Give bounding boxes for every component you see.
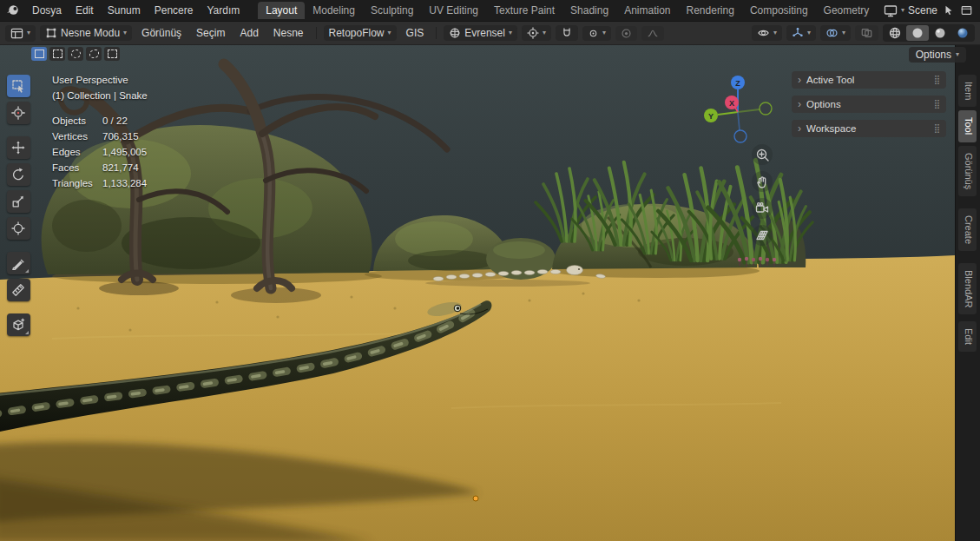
menu-secim[interactable]: Seçim — [191, 25, 230, 41]
tool-add-cube[interactable] — [7, 313, 30, 336]
menu-dosya[interactable]: Dosya — [26, 2, 68, 19]
xray-toggle[interactable] — [855, 25, 878, 41]
tool-annotate[interactable] — [7, 252, 30, 274]
tool-measure[interactable] — [7, 279, 30, 301]
stat-value: 1,133,284 — [102, 175, 148, 191]
panel-options[interactable]: › Options ⣿ — [792, 96, 946, 113]
separator — [436, 27, 437, 39]
new-window-icon[interactable] — [960, 4, 973, 16]
panel-active-tool[interactable]: › Active Tool ⣿ — [792, 71, 946, 89]
editor-type-button[interactable]: ▾ — [5, 25, 36, 42]
select-mode-set-button[interactable] — [31, 47, 47, 61]
hand-pan-icon — [755, 175, 769, 188]
grid-floor-icon — [755, 228, 769, 242]
measure-ruler-icon — [11, 283, 25, 297]
tool-scale[interactable] — [7, 190, 30, 213]
chevron-down-icon: ▾ — [388, 30, 391, 36]
menu-edit[interactable]: Edit — [69, 2, 100, 19]
select-mode-subtract-button[interactable] — [68, 47, 83, 61]
workspace-tab-compositing[interactable]: Compositing — [742, 2, 816, 19]
workspace-tab-modeling[interactable]: Modeling — [305, 2, 363, 19]
orthographic-toggle-button[interactable] — [752, 225, 773, 246]
eye-icon — [757, 27, 770, 39]
magnet-icon — [561, 27, 573, 39]
tool-select-box[interactable] — [7, 75, 30, 97]
gizmos-dropdown[interactable]: ▾ — [786, 25, 816, 41]
sidebar-tab-create[interactable]: Create — [958, 208, 977, 251]
viewport-options-button[interactable]: Options ▾ — [909, 47, 966, 63]
workspace-tab-sculpting[interactable]: Sculpting — [363, 2, 421, 19]
tool-move[interactable] — [7, 136, 30, 159]
gizmo-axis-neg-y[interactable] — [760, 102, 772, 115]
panel-workspace[interactable]: › Workspace ⣿ — [792, 120, 946, 137]
scene-name-label[interactable]: Scene — [908, 4, 937, 16]
tool-shelf — [4, 75, 32, 336]
scene-selector[interactable]: ▾ Scene — [884, 3, 937, 17]
select-mode-invert-button[interactable] — [86, 47, 102, 61]
chevron-down-icon: ▾ — [807, 30, 811, 36]
xray-icon — [860, 27, 873, 39]
workspace-tab-texture-paint[interactable]: Texture Paint — [486, 2, 562, 19]
workspace-tabs: Layout Modeling Sculpting UV Editing Tex… — [258, 2, 878, 19]
pivot-point-dropdown[interactable]: ▾ — [522, 25, 551, 41]
proportional-edit-toggle[interactable] — [615, 26, 637, 41]
zoom-button[interactable] — [752, 144, 773, 165]
menu-yardim[interactable]: Yardım — [201, 2, 246, 19]
view-perspective-label: User Perspective — [52, 72, 148, 88]
overlays-dropdown[interactable]: ▾ — [820, 25, 851, 41]
sidebar-tab-blendar[interactable]: BlendAR — [958, 263, 977, 314]
shading-rendered-button[interactable] — [951, 25, 974, 41]
workspace-tab-layout[interactable]: Layout — [258, 2, 305, 19]
shading-wireframe-button[interactable] — [884, 25, 906, 41]
transform-orientation-dropdown[interactable]: Evrensel ▾ — [444, 25, 517, 41]
editor-type-icon — [10, 27, 23, 40]
select-mode-extend-button[interactable] — [49, 47, 65, 61]
rotate-icon — [11, 168, 25, 181]
workspace-tab-rendering[interactable]: Rendering — [679, 2, 742, 19]
tool-rotate[interactable] — [7, 163, 30, 186]
cursor-pin-icon[interactable] — [943, 4, 955, 16]
menu-sunum[interactable]: Sunum — [102, 2, 147, 19]
shading-solid-button[interactable] — [906, 25, 929, 41]
workspace-tab-animation[interactable]: Animation — [616, 2, 678, 19]
viewport-3d[interactable]: Options ▾ User Perspective (1) Collectio… — [0, 43, 980, 541]
viewport-header: ▾ Nesne Modu ▾ Görünüş Seçim Add Nesne R… — [0, 21, 980, 45]
shading-material-button[interactable] — [929, 25, 951, 41]
sidebar-tab-edit[interactable]: Edit — [958, 321, 977, 352]
sidebar-tab-gorunus[interactable]: Görünüş — [958, 146, 977, 196]
snap-toggle[interactable] — [556, 25, 578, 41]
menu-gorunus[interactable]: Görünüş — [136, 25, 187, 41]
topbar-right-icons — [943, 4, 973, 16]
panel-grip-handle[interactable]: ⣿ — [934, 124, 940, 133]
menu-nesne[interactable]: Nesne — [268, 25, 309, 41]
workspace-tab-uv-editing[interactable]: UV Editing — [421, 2, 486, 19]
workspace-tab-shading[interactable]: Shading — [562, 2, 616, 19]
tool-transform[interactable] — [7, 217, 30, 240]
blender-logo-icon[interactable] — [5, 3, 21, 18]
sidebar-tab-item[interactable]: Item — [958, 75, 977, 107]
select-mode-row — [31, 47, 120, 61]
menu-pencere[interactable]: Pencere — [148, 2, 200, 19]
menu-add[interactable]: Add — [234, 25, 263, 41]
gis-menu[interactable]: GIS — [401, 25, 430, 41]
tool-3d-cursor[interactable] — [7, 102, 30, 124]
object-visibility-dropdown[interactable]: ▾ — [752, 25, 782, 41]
wireframe-sphere-icon — [888, 26, 902, 40]
navigation-gizmo[interactable]: Z Y X — [696, 70, 779, 154]
magnifier-zoom-icon — [755, 148, 769, 162]
stat-label: Edges — [52, 144, 102, 160]
panel-grip-handle[interactable]: ⣿ — [934, 100, 940, 109]
snap-target-dropdown[interactable]: ▾ — [582, 26, 611, 41]
gizmo-axis-neg-z[interactable] — [734, 130, 747, 142]
material-sphere-icon — [933, 26, 947, 40]
mode-dropdown[interactable]: Nesne Modu ▾ — [40, 25, 132, 41]
camera-view-button[interactable] — [752, 198, 773, 219]
panel-grip-handle[interactable]: ⣿ — [934, 76, 940, 84]
proportional-falloff-dropdown[interactable] — [641, 26, 664, 41]
select-mode-intersect-button[interactable] — [104, 47, 120, 61]
retopoflow-menu[interactable]: RetopoFlow ▾ — [324, 25, 397, 41]
pan-button[interactable] — [752, 171, 773, 192]
object-origin-dot[interactable] — [473, 496, 478, 501]
sidebar-tab-tool[interactable]: Tool — [958, 110, 977, 142]
workspace-tab-geometry[interactable]: Geometry — [816, 2, 878, 19]
